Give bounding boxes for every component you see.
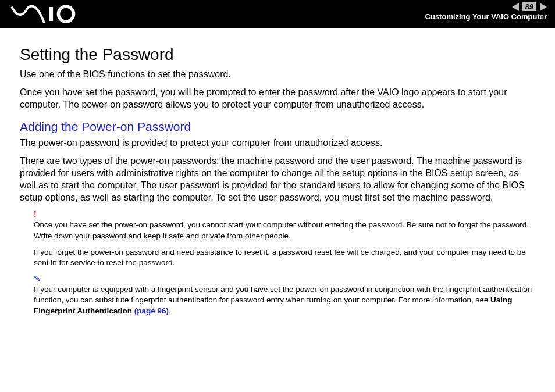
tip-note: ✎ If your computer is equipped with a fi…: [34, 274, 535, 316]
warning-note: ! Once you have set the power-on passwor…: [34, 209, 535, 268]
section-paragraph-1: The power-on password is provided to pro…: [20, 137, 535, 149]
svg-rect-0: [49, 7, 54, 21]
page-link[interactable]: (page 96): [132, 307, 169, 315]
page-nav: 89: [425, 2, 547, 11]
page-content: Setting the Password Use one of the BIOS…: [0, 28, 555, 316]
intro-paragraph-1: Use one of the BIOS functions to set the…: [20, 69, 535, 81]
warning-text-1: Once you have set the power-on password,…: [34, 220, 535, 241]
intro-paragraph-2: Once you have set the password, you will…: [20, 87, 535, 111]
breadcrumb: Customizing Your VAIO Computer: [425, 12, 547, 21]
svg-point-1: [58, 6, 73, 22]
warning-icon: !: [34, 209, 535, 219]
section-paragraph-2: There are two types of the power-on pass…: [20, 155, 535, 204]
warning-text-2: If you forget the power-on password and …: [34, 247, 535, 268]
header-bar: 89 Customizing Your VAIO Computer: [0, 0, 555, 28]
next-page-arrow-icon[interactable]: [540, 3, 547, 11]
tip-period: .: [169, 307, 171, 315]
tip-text-prefix: If your computer is equipped with a fing…: [34, 285, 532, 304]
header-right: 89 Customizing Your VAIO Computer: [425, 2, 547, 21]
tip-text: If your computer is equipped with a fing…: [34, 284, 535, 316]
prev-page-arrow-icon[interactable]: [512, 3, 519, 11]
tip-icon: ✎: [34, 274, 535, 283]
vaio-logo-icon: [10, 3, 80, 24]
section-heading: Adding the Power-on Password: [20, 120, 535, 134]
page-title: Setting the Password: [20, 45, 535, 64]
page-number: 89: [522, 2, 536, 11]
